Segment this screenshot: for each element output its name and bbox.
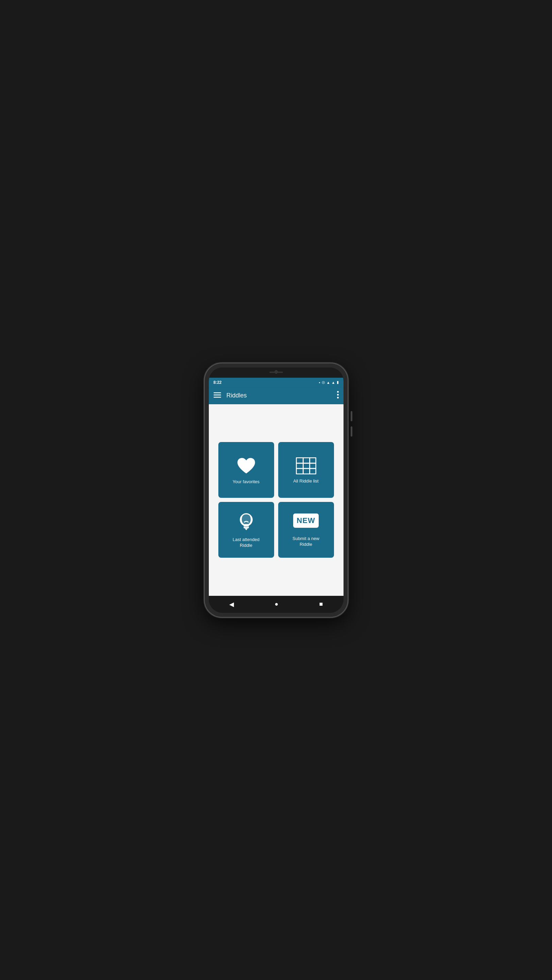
svg-rect-13: [244, 527, 249, 528]
last-attended-card[interactable]: Last attendedRiddle: [218, 502, 274, 558]
home-button[interactable]: ●: [268, 598, 286, 611]
new-badge-icon: NEW: [293, 514, 318, 532]
svg-point-4: [337, 394, 339, 396]
phone-device: 8:22 ▪ ◎ ▲ ▲ ▮ Riddles: [205, 363, 347, 617]
volume-button: [351, 426, 352, 437]
recents-button[interactable]: ■: [312, 598, 330, 611]
svg-rect-0: [214, 392, 221, 393]
all-riddles-card[interactable]: All Riddle list: [278, 442, 334, 498]
svg-point-3: [337, 391, 339, 393]
signal-icon: ▲: [332, 380, 335, 385]
speaker-grill: [270, 372, 283, 373]
submit-new-riddle-card[interactable]: NEW Submit a newRiddle: [278, 502, 334, 558]
svg-rect-2: [214, 397, 221, 398]
all-riddles-label: All Riddle list: [293, 479, 318, 484]
submit-new-label: Submit a newRiddle: [292, 536, 319, 547]
new-badge-text: NEW: [293, 514, 318, 528]
wifi-icon: ▲: [327, 380, 330, 385]
vpn-icon: ◎: [322, 380, 325, 385]
menu-icon[interactable]: [214, 392, 221, 399]
menu-grid: Your favorites: [218, 442, 334, 558]
battery-icon: ▮: [337, 380, 339, 385]
app-toolbar: Riddles: [209, 387, 344, 404]
lightbulb-icon: [238, 512, 255, 533]
favorites-card[interactable]: Your favorites: [218, 442, 274, 498]
nav-bar: ◀ ● ■: [209, 596, 344, 613]
phone-top-bezel: [209, 368, 344, 378]
favorites-label: Your favorites: [233, 479, 260, 485]
svg-rect-6: [296, 458, 316, 474]
app-title: Riddles: [227, 392, 337, 399]
more-options-icon[interactable]: [337, 391, 339, 400]
status-icons: ▪ ◎ ▲ ▲ ▮: [319, 380, 339, 385]
back-button[interactable]: ◀: [222, 598, 241, 611]
status-bar: 8:22 ▪ ◎ ▲ ▲ ▮: [209, 378, 344, 387]
sd-card-icon: ▪: [319, 380, 320, 385]
main-content: Your favorites: [209, 404, 344, 596]
status-time: 8:22: [214, 380, 222, 385]
power-button: [351, 411, 352, 421]
heart-icon: [236, 456, 257, 475]
last-attended-label: Last attendedRiddle: [233, 537, 260, 549]
svg-rect-1: [214, 395, 221, 396]
phone-screen: 8:22 ▪ ◎ ▲ ▲ ▮ Riddles: [209, 368, 344, 613]
svg-point-5: [337, 397, 339, 398]
table-icon: [296, 457, 316, 474]
